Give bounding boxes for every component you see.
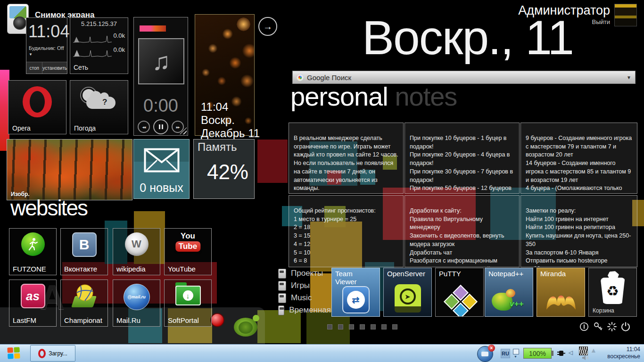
softportal-folder-icon: ↓ (175, 286, 201, 306)
website-tile-lastfm[interactable]: as LastFM (9, 280, 57, 327)
player-accent-bar (140, 25, 166, 32)
memory-tile[interactable]: Память 42% (193, 139, 255, 199)
app-tile-notepadpp[interactable]: Notepad++ v++ (485, 268, 533, 317)
app-tile-putty[interactable]: PuTTY (435, 268, 484, 317)
notes-heading-strong: personal (290, 82, 388, 111)
download-arrow-icon: ↓ (183, 290, 193, 301)
folder-label: Music (291, 293, 312, 303)
about-button[interactable] (579, 321, 589, 332)
weather-unknown-value: ? (102, 98, 107, 107)
opera-tile[interactable]: Opera (8, 80, 66, 134)
notepadpp-chameleon-icon: v++ (492, 288, 528, 313)
folder-item-temp[interactable]: Временная (278, 304, 331, 316)
note-panel[interactable]: Доработки к сайту: Правила по Виртуально… (405, 195, 520, 267)
dock-turtle-icon[interactable] (232, 313, 260, 339)
app-tile-miranda[interactable]: Miranda (537, 268, 585, 317)
music-player-tile[interactable]: ♫ 0:00 ◀◀ ▶▶ (133, 17, 188, 136)
alarm-status[interactable]: Будильник: Off ▼ (29, 45, 67, 57)
app-tile-recyclebin[interactable]: ♻ Корзина (588, 268, 637, 317)
start-button[interactable] (7, 346, 22, 360)
website-tile-label: Mail.Ru (116, 316, 140, 324)
note-panel[interactable]: В реальном менеджере сделать ограничение… (289, 123, 404, 194)
youtube-tube: Tube (175, 241, 200, 252)
battery-tip (552, 351, 553, 356)
download-rate: 0.0k (113, 32, 125, 39)
app-tile-label: Team Viewer (335, 270, 363, 286)
recycle-bin-icon: ♻ (601, 278, 625, 304)
taskbar-button-downloads[interactable]: Загру... (30, 345, 75, 362)
rewind-button[interactable]: ◀◀ (138, 121, 150, 133)
network-ip: 5.215.125.37 (70, 20, 128, 27)
mail-count: 0 новых (134, 181, 189, 195)
website-tile-vkontakte[interactable]: B Вконтакте (60, 228, 108, 275)
battery-indicator[interactable]: 100% (523, 348, 552, 359)
folder-item-music[interactable]: Music (278, 292, 312, 304)
unlock-button[interactable] (593, 321, 603, 332)
user-avatar[interactable] (614, 4, 637, 26)
tray-clock[interactable]: 11:04 воскресенье (607, 346, 640, 360)
app-tile-openserver[interactable]: OpenServer ➤ (383, 268, 432, 317)
forward-button[interactable]: ▶▶ (172, 121, 184, 133)
tray-app-icon[interactable]: × (476, 346, 495, 362)
show-hidden-icons-button[interactable]: ◁ (569, 349, 573, 356)
chevron-down-icon[interactable]: ▼ (29, 52, 33, 57)
page-dot[interactable] (327, 324, 332, 329)
clock-tile[interactable]: 11:04 Будильник: Off ▼ стоп установить (26, 17, 67, 74)
page-dot[interactable] (360, 324, 365, 329)
folder-item-games[interactable]: Игры (278, 280, 310, 291)
photo-tile-date: Декабрь 11 (201, 127, 260, 140)
language-indicator[interactable]: RU (501, 349, 510, 358)
envelope-icon (144, 148, 180, 173)
search-dropdown-icon[interactable]: ▼ (627, 75, 631, 80)
pause-button[interactable] (153, 119, 168, 134)
website-tile-mailru[interactable]: @mail.ru Mail.Ru (113, 280, 160, 327)
album-art[interactable]: ♫ (138, 38, 184, 84)
note-panel[interactable]: 9 буцеров - Создание именного игрока с м… (520, 123, 637, 194)
folder-item-projects[interactable]: Проекты (278, 268, 323, 279)
cloud-icon: ? (86, 97, 116, 109)
photo-clock-tile[interactable]: 11:04 Воскр. Декабрь 11 (195, 14, 255, 136)
youtube-you: You (175, 231, 200, 241)
language-code: RU (502, 351, 509, 356)
vk-icon: B (72, 232, 97, 257)
website-tile-championat[interactable]: Championat (60, 280, 108, 327)
page-dot[interactable] (392, 324, 397, 329)
note-panel[interactable]: Общий рейтинг прогнозистов: 1 место в ту… (289, 195, 404, 267)
app-tile-teamviewer[interactable]: Team Viewer ⇄ (331, 268, 380, 317)
note-panel[interactable]: Заметки по реалу: Найти 100 гривен на ин… (520, 195, 637, 267)
camera-lens-icon (13, 16, 26, 30)
miranda-butterfly-icon (545, 294, 578, 311)
settings-button[interactable] (607, 321, 617, 332)
alarm-stop-button[interactable]: стоп (26, 62, 42, 74)
website-tile-label: Вконтакте (64, 265, 97, 273)
website-tile-futzone[interactable]: FUTZONE (9, 228, 57, 275)
website-tile-youtube[interactable]: You Tube YouTube (164, 228, 212, 275)
page-dot[interactable] (349, 324, 354, 329)
next-page-button[interactable]: → (258, 17, 277, 36)
keyboard-layout-icon[interactable]: ▼ (513, 349, 520, 358)
mail-tile[interactable]: 0 новых (133, 139, 190, 199)
app-tile-label: OpenServer (387, 270, 425, 278)
app-tile-label: Корзина (593, 307, 614, 314)
power-button[interactable] (620, 321, 631, 332)
note-panel[interactable]: При покупке 10 буцеров - 1 буцер в подар… (405, 123, 520, 194)
website-tile-label: LastFM (13, 316, 36, 324)
lastfm-as-text: as (26, 289, 40, 304)
page-dot[interactable] (338, 324, 343, 329)
network-tile[interactable]: 5.215.125.37 0.0k 0.0k Сеть (70, 17, 128, 74)
muted-speaker-icon[interactable] (582, 355, 589, 361)
website-tile-softportal[interactable]: ↓ SoftPortal (164, 280, 212, 327)
website-tile-wikipedia[interactable]: W wikipedia (113, 228, 160, 275)
page-dot[interactable] (381, 324, 387, 329)
weather-tile[interactable]: ? Погода (70, 80, 128, 134)
recycle-symbol: ♻ (606, 283, 619, 299)
vk-letter: B (79, 237, 90, 253)
page-dot[interactable] (371, 324, 376, 329)
dock-record-button[interactable] (210, 313, 224, 327)
centos-pinwheel-icon (446, 287, 473, 314)
alarm-set-button[interactable]: установить (42, 62, 67, 74)
pause-icon (162, 124, 163, 129)
image-viewer-tile[interactable]: Изобр. (7, 139, 132, 200)
taskbar-button-label: Загру... (49, 350, 67, 357)
network-tray-icon[interactable] (579, 346, 588, 355)
